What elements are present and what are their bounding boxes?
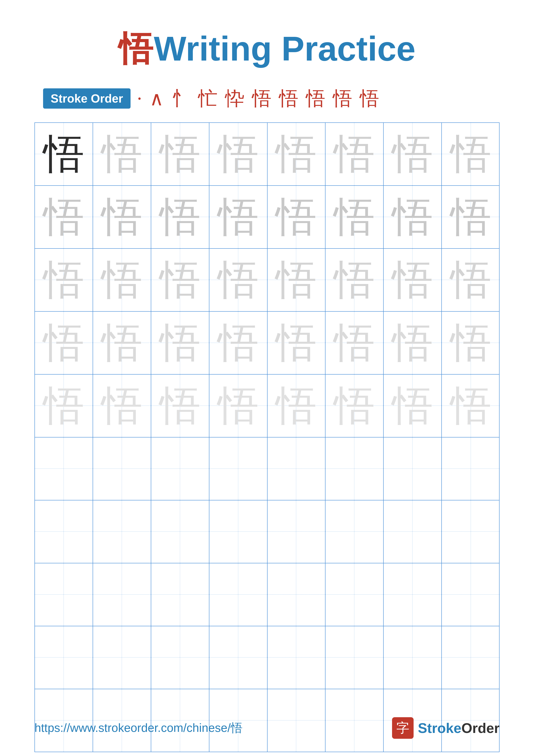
stroke-6: 悟 (252, 85, 275, 112)
char-1-3: 悟 (160, 134, 201, 175)
grid-cell-6-3[interactable] (151, 438, 209, 500)
grid-cell-3-6[interactable]: 悟 (325, 249, 384, 311)
grid-cell-8-1[interactable] (35, 563, 93, 626)
grid-cell-4-6[interactable]: 悟 (325, 311, 384, 374)
grid-cell-7-8[interactable] (442, 500, 500, 563)
grid-cell-1-6[interactable]: 悟 (325, 123, 384, 185)
grid-cell-8-7[interactable] (384, 563, 442, 626)
grid-cell-4-8[interactable]: 悟 (442, 311, 500, 374)
grid-cell-8-5[interactable] (267, 563, 326, 626)
grid-cell-2-3[interactable]: 悟 (151, 186, 209, 248)
char-1-7: 悟 (392, 134, 433, 175)
footer-logo: 字 StrokeOrder (392, 717, 499, 739)
grid-cell-6-4[interactable] (209, 438, 267, 500)
grid-cell-4-4[interactable]: 悟 (209, 311, 267, 374)
char-4-5: 悟 (276, 322, 317, 363)
title-chinese-char: 悟 (118, 30, 153, 68)
grid-cell-5-3[interactable]: 悟 (151, 375, 209, 437)
grid-cell-7-6[interactable] (325, 500, 384, 563)
grid-cell-1-7[interactable]: 悟 (384, 123, 442, 185)
stroke-3: 忄 (171, 85, 194, 112)
grid-cell-4-1[interactable]: 悟 (35, 311, 93, 374)
grid-cell-9-8[interactable] (442, 626, 500, 689)
grid-cell-4-3[interactable]: 悟 (151, 311, 209, 374)
char-4-2: 悟 (101, 322, 142, 363)
grid-row-8 (35, 563, 499, 626)
grid-cell-8-2[interactable] (93, 563, 151, 626)
grid-cell-7-7[interactable] (384, 500, 442, 563)
char-4-3: 悟 (160, 322, 201, 363)
stroke-10: 悟 (360, 85, 382, 112)
grid-cell-4-5[interactable]: 悟 (267, 311, 326, 374)
grid-cell-9-6[interactable] (325, 626, 384, 689)
grid-cell-1-8[interactable]: 悟 (442, 123, 500, 185)
grid-cell-5-6[interactable]: 悟 (325, 375, 384, 437)
grid-cell-8-6[interactable] (325, 563, 384, 626)
footer-logo-text: StrokeOrder (418, 720, 499, 736)
grid-cell-6-2[interactable] (93, 438, 151, 500)
grid-cell-1-4[interactable]: 悟 (209, 123, 267, 185)
char-3-7: 悟 (392, 259, 433, 300)
grid-cell-3-8[interactable]: 悟 (442, 249, 500, 311)
stroke-8: 悟 (306, 85, 328, 112)
stroke-7: 悟 (279, 85, 302, 112)
grid-cell-6-5[interactable] (267, 438, 326, 500)
grid-cell-7-4[interactable] (209, 500, 267, 563)
grid-cell-8-3[interactable] (151, 563, 209, 626)
grid-cell-1-1[interactable]: 悟 (35, 123, 93, 185)
grid-cell-2-6[interactable]: 悟 (325, 186, 384, 248)
grid-cell-3-7[interactable]: 悟 (384, 249, 442, 311)
grid-cell-9-5[interactable] (267, 626, 326, 689)
grid-cell-8-4[interactable] (209, 563, 267, 626)
grid-cell-6-1[interactable] (35, 438, 93, 500)
grid-cell-8-8[interactable] (442, 563, 500, 626)
grid-cell-2-2[interactable]: 悟 (93, 186, 151, 248)
char-3-8: 悟 (450, 259, 491, 300)
grid-cell-3-5[interactable]: 悟 (267, 249, 326, 311)
char-3-3: 悟 (160, 259, 201, 300)
grid-cell-2-8[interactable]: 悟 (442, 186, 500, 248)
footer-stroke-text: Stroke (418, 720, 461, 736)
grid-cell-7-3[interactable] (151, 500, 209, 563)
char-1-4: 悟 (218, 134, 259, 175)
grid-cell-5-4[interactable]: 悟 (209, 375, 267, 437)
grid-cell-9-2[interactable] (93, 626, 151, 689)
char-1-2: 悟 (101, 134, 142, 175)
grid-cell-9-4[interactable] (209, 626, 267, 689)
grid-cell-3-2[interactable]: 悟 (93, 249, 151, 311)
grid-cell-7-5[interactable] (267, 500, 326, 563)
stroke-order-section: Stroke Order ∙ ∧ 忄 忙 忰 悟 悟 悟 悟 悟 (0, 85, 534, 112)
grid-cell-3-3[interactable]: 悟 (151, 249, 209, 311)
char-5-7: 悟 (392, 385, 433, 426)
grid-cell-5-1[interactable]: 悟 (35, 375, 93, 437)
grid-row-3: 悟 悟 悟 悟 悟 悟 悟 悟 (35, 249, 499, 311)
grid-cell-3-4[interactable]: 悟 (209, 249, 267, 311)
footer-url[interactable]: https://www.strokeorder.com/chinese/悟 (35, 720, 242, 736)
grid-cell-6-7[interactable] (384, 438, 442, 500)
grid-cell-9-3[interactable] (151, 626, 209, 689)
grid-cell-4-7[interactable]: 悟 (384, 311, 442, 374)
grid-cell-1-5[interactable]: 悟 (267, 123, 326, 185)
grid-cell-6-6[interactable] (325, 438, 384, 500)
char-4-4: 悟 (218, 322, 259, 363)
grid-cell-2-5[interactable]: 悟 (267, 186, 326, 248)
grid-cell-5-5[interactable]: 悟 (267, 375, 326, 437)
grid-cell-5-8[interactable]: 悟 (442, 375, 500, 437)
grid-cell-6-8[interactable] (442, 438, 500, 500)
grid-cell-7-1[interactable] (35, 500, 93, 563)
footer-logo-char: 字 (396, 719, 409, 737)
grid-cell-2-4[interactable]: 悟 (209, 186, 267, 248)
grid-cell-9-1[interactable] (35, 626, 93, 689)
grid-cell-7-2[interactable] (93, 500, 151, 563)
grid-cell-2-7[interactable]: 悟 (384, 186, 442, 248)
grid-cell-3-1[interactable]: 悟 (35, 249, 93, 311)
grid-cell-5-7[interactable]: 悟 (384, 375, 442, 437)
grid-cell-4-2[interactable]: 悟 (93, 311, 151, 374)
grid-cell-1-2[interactable]: 悟 (93, 123, 151, 185)
grid-cell-2-1[interactable]: 悟 (35, 186, 93, 248)
grid-cell-5-2[interactable]: 悟 (93, 375, 151, 437)
grid-cell-9-7[interactable] (384, 626, 442, 689)
char-1-6: 悟 (334, 134, 375, 175)
grid-cell-1-3[interactable]: 悟 (151, 123, 209, 185)
stroke-9: 悟 (333, 85, 355, 112)
